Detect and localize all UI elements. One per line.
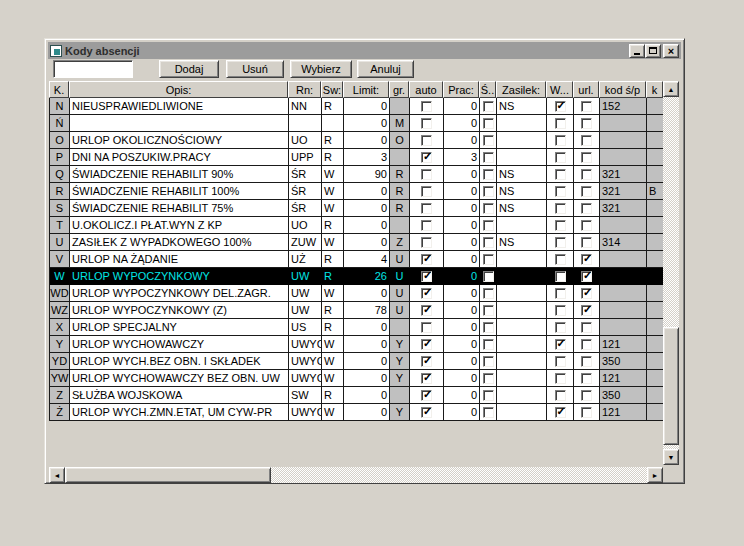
dodaj-button[interactable]: Dodaj: [159, 60, 219, 78]
s-checkbox-unchecked[interactable]: [483, 203, 494, 214]
auto-checkbox-unchecked[interactable]: [421, 169, 432, 180]
scroll-left-button[interactable]: ◄: [49, 467, 65, 483]
s-checkbox-unchecked[interactable]: [483, 288, 494, 299]
cell-auto[interactable]: [410, 353, 444, 370]
column-header-opis[interactable]: Opis:: [69, 81, 288, 98]
auto-checkbox-unchecked[interactable]: [421, 186, 432, 197]
maximize-button[interactable]: [645, 44, 661, 58]
cell-url[interactable]: [574, 336, 600, 353]
cell-url[interactable]: [574, 98, 600, 115]
cell-auto[interactable]: [410, 183, 444, 200]
cell-s[interactable]: [480, 217, 497, 234]
cell-url[interactable]: [574, 251, 600, 268]
w-checkbox-unchecked[interactable]: [555, 288, 566, 299]
w-checkbox-unchecked[interactable]: [555, 390, 566, 401]
cell-s[interactable]: [480, 183, 497, 200]
cell-url[interactable]: [574, 234, 600, 251]
w-checkbox-unchecked[interactable]: [555, 322, 566, 333]
horizontal-scrollbar[interactable]: ◄ ►: [49, 467, 663, 483]
column-header-s[interactable]: Ś..: [479, 81, 496, 98]
w-checkbox-unchecked[interactable]: [555, 271, 566, 282]
table-row[interactable]: YURLOP WYCHOWAWCZYUWYCW0Y0121: [50, 336, 664, 353]
cell-url[interactable]: [574, 319, 600, 336]
auto-checkbox-unchecked[interactable]: [421, 118, 432, 129]
table-row[interactable]: PDNI NA POSZUKIW.PRACYUPPR33: [50, 149, 664, 166]
table-row[interactable]: OURLOP OKOLICZNOŚCIOWYUOR0O0: [50, 132, 664, 149]
table-row[interactable]: Ń0M0: [50, 115, 664, 132]
table-row[interactable]: SŚWIADCZENIE REHABILIT 75%ŚRW0R0NS321: [50, 200, 664, 217]
column-header-kk[interactable]: k: [646, 81, 663, 98]
cell-w[interactable]: [547, 370, 574, 387]
s-checkbox-unchecked[interactable]: [483, 169, 494, 180]
usun-button[interactable]: Usuń: [226, 60, 284, 78]
auto-checkbox-checked[interactable]: [421, 339, 432, 350]
cell-url[interactable]: [574, 132, 600, 149]
s-checkbox-unchecked[interactable]: [483, 356, 494, 367]
table-row[interactable]: YDURLOP WYCH.BEZ OBN. I SKŁADEKUWYCW0Y03…: [50, 353, 664, 370]
w-checkbox-checked[interactable]: [555, 407, 566, 418]
scroll-up-button[interactable]: ▲: [663, 81, 679, 97]
cell-auto[interactable]: [410, 285, 444, 302]
auto-checkbox-checked[interactable]: [421, 271, 432, 282]
cell-auto[interactable]: [410, 115, 444, 132]
url-checkbox-unchecked[interactable]: [581, 152, 592, 163]
anuluj-button[interactable]: Anuluj: [357, 60, 414, 78]
cell-s[interactable]: [480, 132, 497, 149]
s-checkbox-unchecked[interactable]: [483, 322, 494, 333]
cell-w[interactable]: [547, 302, 574, 319]
table-row[interactable]: YWURLOP WYCHOWAWCZY BEZ OBN. UWUWYCW0Y01…: [50, 370, 664, 387]
cell-w[interactable]: [547, 115, 574, 132]
cell-w[interactable]: [547, 268, 574, 285]
w-checkbox-unchecked[interactable]: [555, 220, 566, 231]
cell-s[interactable]: [480, 285, 497, 302]
w-checkbox-unchecked[interactable]: [555, 305, 566, 316]
cell-auto[interactable]: [410, 200, 444, 217]
cell-auto[interactable]: [410, 268, 444, 285]
cell-s[interactable]: [480, 115, 497, 132]
cell-w[interactable]: [547, 336, 574, 353]
cell-s[interactable]: [480, 234, 497, 251]
s-checkbox-unchecked[interactable]: [483, 135, 494, 146]
url-checkbox-unchecked[interactable]: [581, 169, 592, 180]
w-checkbox-unchecked[interactable]: [555, 356, 566, 367]
table-row[interactable]: XURLOP SPECJALNYUSR00: [50, 319, 664, 336]
w-checkbox-unchecked[interactable]: [555, 169, 566, 180]
column-header-kod[interactable]: kod ś/p: [599, 81, 646, 98]
cell-url[interactable]: [574, 200, 600, 217]
url-checkbox-unchecked[interactable]: [581, 322, 592, 333]
s-checkbox-unchecked[interactable]: [483, 271, 494, 282]
url-checkbox-unchecked[interactable]: [581, 237, 592, 248]
cell-w[interactable]: [547, 387, 574, 404]
wybierz-button[interactable]: Wybierz: [290, 60, 352, 78]
url-checkbox-unchecked[interactable]: [581, 373, 592, 384]
cell-url[interactable]: [574, 166, 600, 183]
auto-checkbox-checked[interactable]: [421, 254, 432, 265]
w-checkbox-unchecked[interactable]: [555, 203, 566, 214]
s-checkbox-unchecked[interactable]: [483, 118, 494, 129]
code-input[interactable]: [53, 60, 133, 78]
cell-w[interactable]: [547, 200, 574, 217]
auto-checkbox-unchecked[interactable]: [421, 203, 432, 214]
cell-s[interactable]: [480, 336, 497, 353]
close-button[interactable]: ×: [663, 44, 679, 58]
auto-checkbox-unchecked[interactable]: [421, 101, 432, 112]
cell-s[interactable]: [480, 149, 497, 166]
auto-checkbox-checked[interactable]: [421, 152, 432, 163]
s-checkbox-unchecked[interactable]: [483, 186, 494, 197]
table-row[interactable]: ŻURLOP WYCH.ZMN.ETAT, UM CYW-PRUWYCW0Y01…: [50, 404, 664, 421]
column-header-w[interactable]: W...: [546, 81, 573, 98]
table-row[interactable]: UZASIŁEK Z WYPADKOWEGO 100%ZUWW0Z0NS314: [50, 234, 664, 251]
auto-checkbox-checked[interactable]: [421, 356, 432, 367]
cell-url[interactable]: [574, 217, 600, 234]
minimize-button[interactable]: [629, 44, 645, 58]
column-header-zasilek[interactable]: Zasilek:: [496, 81, 546, 98]
w-checkbox-unchecked[interactable]: [555, 186, 566, 197]
w-checkbox-unchecked[interactable]: [555, 135, 566, 146]
url-checkbox-unchecked[interactable]: [581, 118, 592, 129]
cell-url[interactable]: [574, 353, 600, 370]
cell-w[interactable]: [547, 353, 574, 370]
cell-auto[interactable]: [410, 404, 444, 421]
url-checkbox-unchecked[interactable]: [581, 356, 592, 367]
vscroll-thumb[interactable]: [663, 327, 679, 445]
auto-checkbox-unchecked[interactable]: [421, 322, 432, 333]
